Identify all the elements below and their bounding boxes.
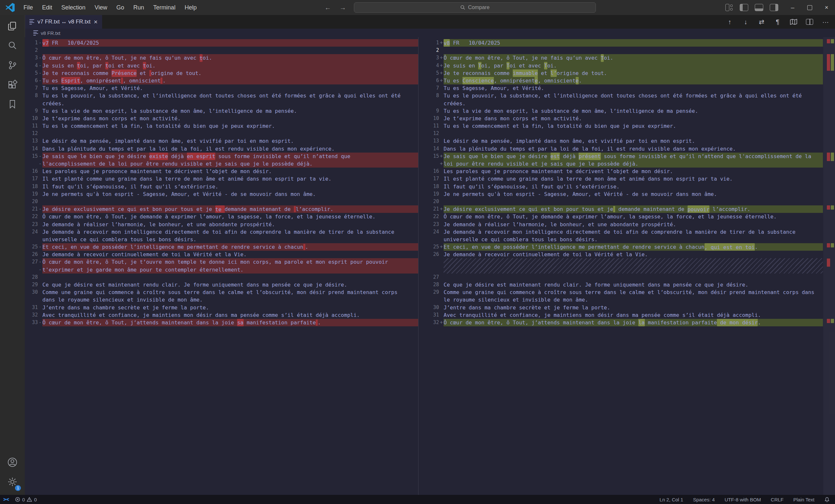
diff-row[interactable]: 10Je t’exprime dans mon corps et mon act… (25, 115, 418, 122)
line-text[interactable]: Le désir de ma pensée, implanté dans mon… (42, 137, 418, 145)
diff-row[interactable]: 15+Je sais que le bien que je désire est… (419, 152, 835, 160)
line-text[interactable]: Je ne permets qu'à ton esprit - Sagesse,… (42, 190, 418, 198)
indentation[interactable]: Spaces: 4 (693, 497, 715, 502)
line-text[interactable]: universelle ce qui comblera tous les bon… (444, 236, 823, 243)
map-view-icon[interactable] (790, 19, 797, 25)
line-text[interactable]: Je demande à recevoir mon intelligence d… (42, 228, 418, 236)
diff-row[interactable]: 22Ô cœur de mon être, ô Tout, je demande… (419, 213, 835, 220)
line-text[interactable]: J’entre dans ma chambre secrète et je fe… (42, 304, 418, 311)
diff-row[interactable]: 10Je t’exprime dans mon corps et mon act… (419, 115, 835, 122)
split-editor-icon[interactable] (806, 19, 813, 25)
diff-row[interactable]: 22Ô cœur de mon être, ô Tout, je demande… (25, 213, 418, 220)
menu-run[interactable]: Run (129, 3, 148, 13)
line-text[interactable]: Ce que je désire est maintenant rendu cl… (42, 281, 418, 289)
toggle-secondary-sidebar-icon[interactable] (770, 4, 778, 11)
line-text[interactable]: Ô cœur de mon être, ô Tout, j’attends ma… (42, 319, 418, 326)
diff-row[interactable]: +loi pour être rendu visible et je sais … (419, 160, 835, 168)
menu-edit[interactable]: Edit (38, 3, 56, 13)
diff-row[interactable]: 8Tu es le pouvoir, la substance, et l’in… (25, 92, 418, 100)
diff-row[interactable]: 23Je demande à réaliser l’harmonie, le b… (25, 221, 418, 228)
diff-row[interactable]: 11Tu es le commencement et la fin, la to… (419, 122, 835, 130)
diff-row[interactable]: 24Je demande à recevoir mon intelligence… (25, 228, 418, 236)
menu-view[interactable]: View (91, 3, 111, 13)
line-text[interactable]: Tu es Esprit, omniprésent, omniscient. (42, 77, 418, 84)
minimize-button[interactable]: – (784, 0, 801, 15)
menu-file[interactable]: File (20, 3, 37, 13)
line-text[interactable]: Il est planté comme une graine dans la t… (444, 175, 823, 183)
diff-row[interactable]: 23Je demande à réaliser l’harmonie, le b… (419, 221, 835, 228)
diff-row[interactable]: 27-Ô cœur de mon être, ô Tout, je t’ouvr… (25, 258, 418, 266)
line-text[interactable]: Je t’exprime dans mon corps et mon activ… (444, 115, 823, 122)
diff-row[interactable]: 33-Ô cœur de mon être, ô Tout, j’attends… (25, 319, 418, 326)
line-text[interactable]: Tu es Sagesse, Amour, et Vérité. (444, 84, 823, 92)
diff-row[interactable]: 1-v7 FR 10/04/2025 (25, 39, 418, 47)
diff-row[interactable]: 28 (25, 274, 418, 281)
line-text[interactable]: Je ne permets qu'à ton esprit - Sagesse,… (444, 190, 823, 198)
line-text[interactable]: Je sais que le bien que je désire existe… (42, 152, 418, 160)
diff-row[interactable]: 13Le désir de ma pensée, implanté dans m… (25, 137, 418, 145)
line-text[interactable]: Tu es le pouvoir, la substance, et l’int… (42, 92, 418, 100)
diff-row[interactable]: 29Ce que je désire est maintenant rendu … (25, 281, 418, 289)
diff-row[interactable]: 31Avec tranquillité et confiance, je mai… (419, 311, 835, 319)
diff-row[interactable] (419, 266, 835, 274)
forward-arrow-icon[interactable]: → (340, 4, 346, 12)
diff-row[interactable]: 21-Je désire exclusivement ce qui est bo… (25, 205, 418, 213)
line-text[interactable]: Il faut qu’il s’épanouisse, il faut qu’i… (42, 183, 418, 190)
diff-row[interactable]: -l'accomplissement de la loi pour être r… (25, 160, 418, 168)
line-text[interactable]: Je sais que le bien que je désire est dé… (444, 152, 823, 160)
diff-row[interactable]: créées. (25, 100, 418, 107)
line-text[interactable]: loi pour être rendu visible et je sais q… (444, 160, 823, 168)
line-text[interactable]: créées. (42, 100, 418, 107)
diff-row[interactable]: 16Les paroles que je prononce maintenant… (419, 168, 835, 175)
diff-row[interactable]: 1+v8 FR 10/04/2025 (419, 39, 835, 47)
diff-row[interactable]: 2 (419, 47, 835, 54)
accounts-icon[interactable] (4, 454, 20, 471)
line-text[interactable] (444, 266, 823, 274)
diff-row[interactable]: 20 (419, 198, 835, 205)
line-text[interactable]: Tu es Sagesse, Amour, et Vérité. (42, 84, 418, 92)
search-view-icon[interactable] (4, 37, 20, 54)
diff-row[interactable]: 6+Tu es Conscience, omniprésente, omnisc… (419, 77, 835, 84)
line-text[interactable]: Les paroles que je prononce maintenant t… (42, 168, 418, 175)
line-text[interactable]: Comme une graine qui commence à croître … (42, 289, 418, 296)
diff-row[interactable]: 8Tu es le pouvoir, la substance, et l’in… (419, 92, 835, 100)
line-text[interactable]: Je demande à réaliser l’harmonie, le bon… (42, 221, 418, 228)
diff-row[interactable]: 6-Tu es Esprit, omniprésent, omniscient. (25, 77, 418, 84)
restore-button[interactable] (801, 0, 818, 15)
diff-row[interactable]: universelle ce qui comblera tous les bon… (25, 236, 418, 243)
line-text[interactable]: Je te reconnais comme Présence et origin… (42, 69, 418, 77)
line-text[interactable]: Je demande à recevoir mon intelligence d… (444, 228, 823, 236)
diff-row[interactable]: 12 (25, 130, 418, 137)
breadcrumb-file[interactable]: v8 FR.txt (41, 30, 60, 36)
problems-status[interactable]: 0 0 (15, 497, 37, 502)
line-text[interactable]: Et ceci, en vue de posséder l’intelligen… (444, 243, 823, 251)
diff-row[interactable]: 25+Et ceci, en vue de posséder l’intelli… (419, 243, 835, 251)
line-text[interactable]: Dans la plénitude du temps et par la loi… (444, 145, 823, 152)
diff-row[interactable]: 19Je ne permets qu'à ton esprit - Sagess… (419, 190, 835, 198)
diff-row[interactable]: le royaume silencieux et invisible de mo… (419, 296, 835, 303)
diff-row[interactable]: 28Ce que je désire est maintenant rendu … (419, 281, 835, 289)
line-text[interactable]: Avec tranquillité et confiance, je maint… (42, 311, 418, 319)
language-mode[interactable]: Plain Text (793, 497, 814, 502)
explorer-icon[interactable] (4, 18, 20, 35)
menu-terminal[interactable]: Terminal (149, 3, 179, 13)
line-text[interactable]: Je te reconnais comme immuable et l’orig… (444, 69, 823, 77)
diff-row[interactable]: 4-Je suis en toi, par toi et avec toi. (25, 62, 418, 69)
diff-row[interactable]: 14Dans la plénitude du temps et par la l… (25, 145, 418, 152)
diff-row[interactable]: 18Il faut qu’il s’épanouisse, il faut qu… (25, 183, 418, 190)
line-text[interactable]: Ô cœur de mon être, ô Tout, je demande à… (42, 213, 418, 220)
diff-row[interactable]: 32+Ô cœur de mon être, ô Tout, j’attends… (419, 319, 835, 326)
line-text[interactable] (444, 130, 823, 137)
line-text[interactable]: créées. (444, 100, 823, 107)
line-text[interactable]: l'accomplissement de la loi pour être re… (42, 160, 418, 168)
line-text[interactable] (444, 198, 823, 205)
toggle-primary-sidebar-icon[interactable] (740, 4, 748, 11)
diff-row[interactable]: 17Il est planté comme une graine dans la… (25, 175, 418, 183)
tab-diff-v7-v8[interactable]: v7 FR.txt ↔ v8 FR.txt × (25, 15, 102, 29)
line-text[interactable]: Tu es le pouvoir, la substance, et l’int… (444, 92, 823, 100)
line-text[interactable]: Je suis en toi, par toi et avec toi. (42, 62, 418, 69)
diff-row[interactable]: 3-Ô cœur de mon être, ô Tout, je ne fais… (25, 54, 418, 62)
line-text[interactable] (42, 47, 418, 54)
toggle-panel-icon[interactable] (755, 4, 763, 11)
diff-row[interactable]: 7Tu es Sagesse, Amour, et Vérité. (25, 84, 418, 92)
